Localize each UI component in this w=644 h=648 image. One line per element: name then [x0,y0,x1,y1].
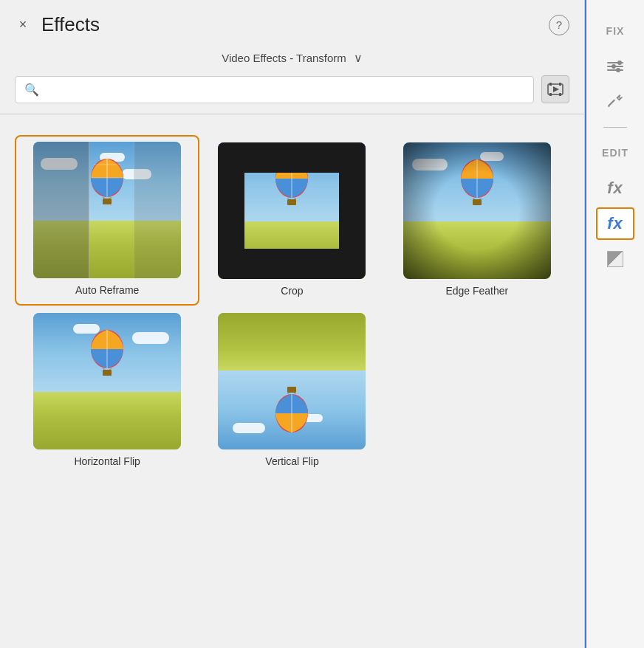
divider [0,114,584,114]
horizontal-flip-thumbnail [33,313,181,449]
gradient-icon [607,251,623,267]
effects-grid: Auto Reframe [0,120,584,491]
fx-button[interactable]: fx [596,172,634,204]
media-browser-button[interactable] [541,75,569,103]
effects-panel: × Effects ? Video Effects - Transform ∨ … [0,0,585,648]
panel-title: Effects [41,13,100,36]
fx-active-icon: fx [607,214,623,233]
svg-rect-2 [559,83,561,86]
horizontal-flip-label: Horizontal Flip [74,455,140,467]
search-icon: 🔍 [24,83,39,97]
crop-thumbnail [218,142,366,279]
effect-auto-reframe[interactable]: Auto Reframe [15,135,199,306]
category-dropdown[interactable]: Video Effects - Transform ∨ [222,51,363,65]
header-left: × Effects [15,13,100,36]
right-sidebar: FIX EDIT fx fx [585,0,644,648]
fx-icon: fx [607,179,623,198]
svg-rect-25 [103,370,112,376]
tools-button[interactable] [596,86,634,118]
search-bar: 🔍 [0,75,584,103]
chevron-down-icon: ∨ [354,51,363,65]
fix-label: FIX [606,25,625,37]
effect-horizontal-flip[interactable]: Horizontal Flip [15,306,199,476]
tools-icon [606,93,624,111]
close-button[interactable]: × [15,17,31,33]
filmstrip-icon [547,83,564,96]
auto-reframe-label: Auto Reframe [75,284,139,296]
edit-label-item: EDIT [596,137,634,169]
fx-active-button[interactable]: fx [596,207,634,240]
effect-edge-feather[interactable]: Edge Feather [385,135,569,306]
vertical-flip-label: Vertical Flip [265,455,318,467]
edit-label: EDIT [602,147,628,159]
svg-line-26 [109,368,112,370]
edge-feather-thumbnail [403,142,551,279]
sliders-icon [607,62,623,71]
svg-rect-30 [287,387,296,393]
svg-marker-5 [553,86,559,92]
dropdown-label: Video Effects - Transform [222,52,346,64]
svg-rect-1 [549,83,552,86]
crop-label: Crop [281,285,303,297]
vertical-flip-thumbnail [218,313,366,449]
fix-button[interactable]: FIX [596,15,634,47]
auto-reframe-thumbnail [33,142,181,278]
search-input-wrapper[interactable]: 🔍 [15,76,534,103]
svg-line-32 [294,393,296,395]
search-input[interactable] [45,83,524,95]
edge-feather-label: Edge Feather [445,285,508,297]
svg-line-27 [103,368,105,370]
sidebar-divider [603,127,627,128]
svg-line-31 [287,393,290,395]
category-dropdown-bar: Video Effects - Transform ∨ [0,46,584,75]
effect-vertical-flip[interactable]: Vertical Flip [199,306,384,476]
color-button[interactable] [596,243,634,275]
svg-rect-4 [559,93,561,96]
help-button[interactable]: ? [549,15,569,35]
svg-rect-3 [549,93,552,96]
effect-crop[interactable]: Crop [199,135,384,306]
panel-header: × Effects ? [0,0,584,46]
sliders-button[interactable] [596,50,634,83]
